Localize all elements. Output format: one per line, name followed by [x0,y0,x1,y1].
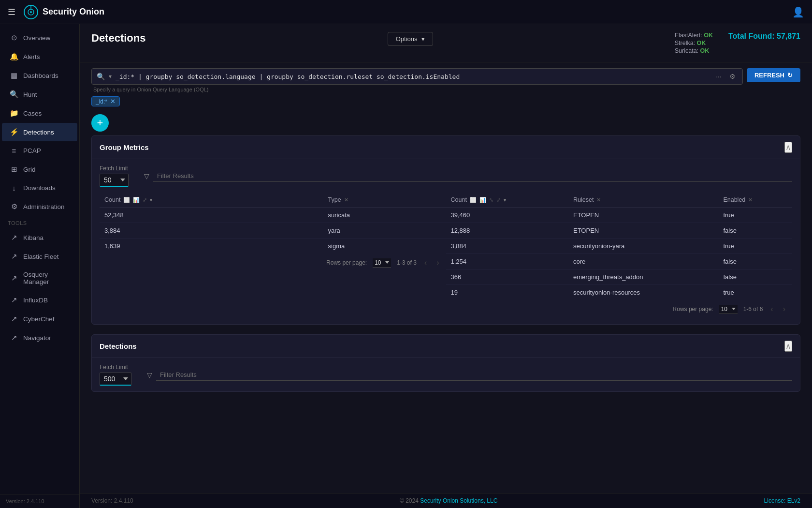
administration-icon: ⚙ [10,202,18,211]
elastic-fleet-icon: ↗ [10,252,18,261]
enabled-cell: true [718,239,792,254]
ruleset-cell: emerging_threats_addon [568,269,718,285]
sidebar-item-overview[interactable]: ⊙ Overview [2,29,77,47]
enabled-cell: true [718,285,792,300]
rows-per-page-label: Rows per page: [326,259,367,266]
type-cell: sigma [323,239,446,254]
app-logo: Security Onion [23,4,104,20]
refresh-button[interactable]: REFRESH ↻ [747,68,800,82]
sidebar-item-label: PCAP [23,147,41,154]
r-count-chart-icon[interactable]: ⬜ [470,197,477,203]
fetch-limit-select[interactable]: 50 100 200 [100,174,129,187]
cases-icon: 📁 [10,109,18,118]
sidebar-item-administration[interactable]: ⚙ Administration [2,197,77,216]
sidebar-item-dashboards[interactable]: ▦ Dashboards [2,66,77,85]
count-cell: 12,888 [446,223,568,239]
sidebar-item-label: Overview [23,34,50,42]
page-header: Detections Options ▾ ElastAlert: OK Stre… [80,24,812,62]
count-cell: 3,884 [100,223,323,239]
company-link[interactable]: Security Onion Solutions, LLC [420,497,497,504]
count-column-header: Count ⬜ 📊 ⤢ ▾ [100,193,323,208]
count-sort-icon[interactable]: ▾ [150,197,152,203]
navigator-icon: ↗ [10,333,18,342]
sidebar-item-pcap[interactable]: ≡ PCAP [2,142,77,160]
count-expand-icon[interactable]: ⤢ [143,197,147,203]
count-cell: 39,460 [446,208,568,223]
sidebar-item-osquery-manager[interactable]: ↗ Osquery Manager [2,266,77,290]
type-next-page-button[interactable]: › [435,257,441,268]
type-column-header: Type ✕ [323,193,446,208]
kibana-icon: ↗ [10,233,18,242]
more-options-button[interactable]: ··· [714,72,724,81]
ruleset-cell: core [568,254,718,269]
sidebar-item-elastic-fleet[interactable]: ↗ Elastic Fleet [2,247,77,266]
table-row: 52,348 suricata [100,208,446,223]
expand-search-button[interactable]: ▾ [109,73,112,80]
sidebar-item-grid[interactable]: ⊞ Grid [2,160,77,179]
sidebar-item-kibana[interactable]: ↗ Kibana [2,228,77,247]
ruleset-next-page-button[interactable]: › [781,304,787,314]
sidebar-item-label: Alerts [23,53,40,60]
content-body: Group Metrics ∧ Fetch Limit 50 100 200 [80,135,812,493]
sidebar-item-influxdb[interactable]: ↗ InfluxDB [2,291,77,309]
sidebar-item-label: Elastic Fleet [23,253,59,260]
menu-icon[interactable]: ☰ [8,7,15,17]
cyberchef-icon: ↗ [10,314,18,323]
sidebar-item-label: Grid [23,166,36,173]
enabled-cell: false [718,254,792,269]
fetch-limit-label: Fetch Limit 50 100 200 [100,165,129,187]
filter-icon: ▽ [144,172,149,180]
sidebar-item-cyberchef[interactable]: ↗ CyberChef [2,310,77,328]
rows-per-page-select-right[interactable]: 10 25 50 [719,305,738,314]
overview-icon: ⊙ [10,33,18,42]
count-bar-icon[interactable]: 📊 [133,197,140,203]
r-count-sort[interactable]: ▾ [504,197,506,203]
detections-fetch-limit-select[interactable]: 500 100 1000 [100,373,131,386]
elastalert-status: ElastAlert: OK [675,32,713,39]
sidebar-item-cases[interactable]: 📁 Cases [2,104,77,122]
options-button[interactable]: Options ▾ [388,32,433,46]
detections-section-title: Detections [100,342,137,350]
sidebar-item-alerts[interactable]: 🔔 Alerts [2,47,77,66]
user-icon[interactable]: 👤 [792,6,804,18]
collapse-detections-button[interactable]: ∧ [784,341,792,352]
count-cell: 1,639 [100,239,323,254]
r-count-expand-icon[interactable]: ⤢ [496,197,501,203]
filter-chip: _id:* ✕ [91,96,120,106]
chevron-down-icon: ▾ [421,35,425,43]
ruleset-prev-page-button[interactable]: ‹ [768,304,775,314]
rows-per-page-select-left[interactable]: 10 25 50 [373,258,391,268]
tools-divider: Tools [0,216,79,228]
count-chart-icon[interactable]: ⬜ [123,197,130,203]
settings-icon[interactable]: ⚙ [727,72,738,81]
ruleset-cell: securityonion-resources [568,285,718,300]
sidebar-item-downloads[interactable]: ↓ Downloads [2,179,77,197]
ruleset-cell: securityonion-yara [568,239,718,254]
topbar: ☰ Security Onion 👤 [0,0,812,24]
type-prev-page-button[interactable]: ‹ [422,257,429,268]
group-metrics-title: Group Metrics [100,143,149,151]
sidebar-item-label: Downloads [23,184,56,192]
remove-filter-button[interactable]: ✕ [110,98,116,105]
sidebar-item-hunt[interactable]: 🔍 Hunt [2,85,77,104]
type-remove-icon[interactable]: ✕ [344,197,348,203]
type-pagination-info: 1-3 of 3 [397,259,417,266]
sidebar-item-label: Administration [23,203,65,210]
detections-filter-input[interactable] [156,369,792,381]
sidebar-footer: Version: 2.4.110 [0,494,79,508]
logo-icon [23,4,39,20]
suricata-status: Suricata: OK [675,47,713,54]
r-count-bar-icon[interactable]: 📊 [479,197,486,203]
ruleset-remove-icon[interactable]: ✕ [596,197,601,203]
sidebar-item-detections[interactable]: ⚡ Detections [2,123,77,141]
filter-results-input[interactable] [153,170,792,182]
collapse-group-metrics-button[interactable]: ∧ [784,142,792,153]
enabled-remove-icon[interactable]: ✕ [748,197,753,203]
sidebar-item-navigator[interactable]: ↗ Navigator [2,329,77,347]
r-count-share-icon[interactable]: ⤡ [489,197,493,203]
sidebar-item-label: Navigator [23,334,51,342]
add-detection-button[interactable]: + [91,114,109,132]
search-input[interactable] [116,73,710,80]
search-icon: 🔍 [97,73,105,80]
sidebar-item-label: CyberChef [23,315,55,323]
